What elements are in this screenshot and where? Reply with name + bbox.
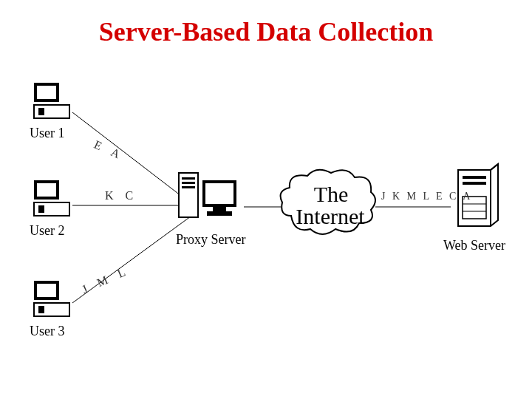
svg-rect-12	[38, 205, 44, 213]
diagram-lines	[22, 66, 510, 362]
user1-label: User 1	[30, 126, 65, 141]
internet-label-line1: The	[301, 183, 361, 205]
svg-rect-19	[182, 182, 195, 184]
svg-rect-20	[182, 186, 195, 188]
desktop-icon	[30, 278, 74, 322]
user3-label: User 3	[30, 324, 65, 339]
svg-rect-14	[37, 284, 56, 297]
proxy-server-icon	[177, 170, 244, 229]
user2-label: User 2	[30, 223, 65, 239]
svg-rect-16	[38, 306, 44, 313]
page-title: Server-Based Data Collection	[0, 16, 532, 47]
proxy-label: Proxy Server	[176, 232, 245, 248]
svg-rect-29	[463, 182, 486, 185]
svg-rect-6	[37, 86, 56, 99]
svg-rect-28	[463, 176, 486, 179]
web-server-label: Web Server	[443, 238, 505, 253]
desktop-icon	[30, 80, 74, 124]
internet-label-line2: Internet	[290, 205, 371, 228]
network-diagram: User 1 User 2 User 3 Proxy Server The In…	[22, 66, 510, 362]
svg-rect-8	[38, 108, 44, 115]
edge-user2-proxy: K C	[105, 189, 137, 202]
svg-rect-22	[205, 183, 233, 204]
svg-rect-18	[182, 177, 195, 180]
svg-rect-10	[37, 183, 56, 197]
svg-rect-23	[213, 207, 226, 211]
svg-rect-24	[207, 211, 232, 216]
desktop-icon	[30, 177, 74, 222]
edge-internet-web: J K M L E C A	[381, 191, 472, 202]
